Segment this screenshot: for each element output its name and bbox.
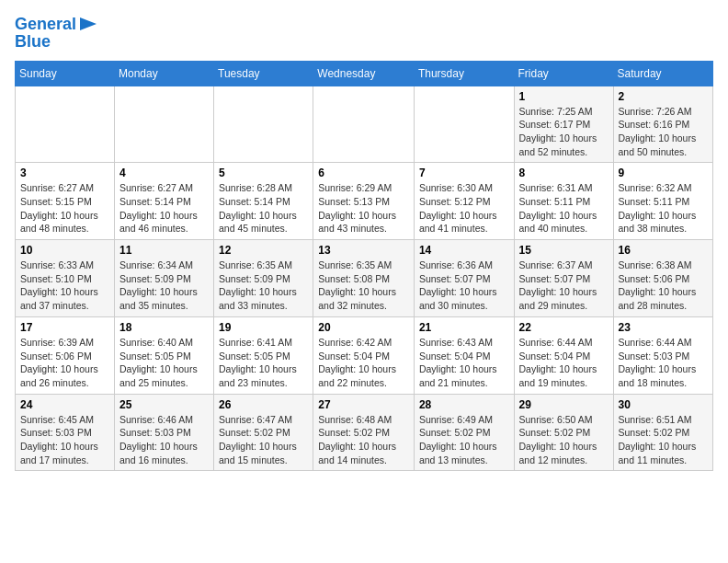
day-info: Sunrise: 6:50 AM Sunset: 5:02 PM Dayligh…: [519, 413, 609, 467]
day-info: Sunrise: 6:30 AM Sunset: 5:12 PM Dayligh…: [419, 181, 509, 236]
day-info: Sunrise: 6:27 AM Sunset: 5:15 PM Dayligh…: [20, 181, 109, 236]
calendar-cell: 7Sunrise: 6:30 AM Sunset: 5:12 PM Daylig…: [414, 163, 514, 240]
calendar-cell: 24Sunrise: 6:45 AM Sunset: 5:03 PM Dayli…: [16, 394, 115, 471]
day-info: Sunrise: 6:35 AM Sunset: 5:08 PM Dayligh…: [318, 259, 409, 313]
logo-icon: [78, 14, 98, 34]
day-info: Sunrise: 6:27 AM Sunset: 5:14 PM Dayligh…: [119, 181, 209, 236]
calendar-row: 17Sunrise: 6:39 AM Sunset: 5:06 PM Dayli…: [16, 316, 713, 394]
day-number: 7: [419, 167, 509, 179]
calendar-cell: 6Sunrise: 6:29 AM Sunset: 5:13 PM Daylig…: [313, 163, 415, 240]
calendar-cell: 26Sunrise: 6:47 AM Sunset: 5:02 PM Dayli…: [214, 394, 313, 471]
calendar-cell: 3Sunrise: 6:27 AM Sunset: 5:15 PM Daylig…: [16, 163, 115, 240]
day-number: 3: [20, 167, 109, 179]
weekday-header: Sunday: [16, 61, 115, 86]
weekday-header: Wednesday: [313, 61, 415, 86]
calendar-row: 10Sunrise: 6:33 AM Sunset: 5:10 PM Dayli…: [16, 240, 713, 317]
weekday-header: Friday: [514, 61, 613, 86]
day-number: 26: [219, 398, 308, 411]
calendar-cell: 27Sunrise: 6:48 AM Sunset: 5:02 PM Dayli…: [313, 394, 415, 471]
day-number: 9: [619, 167, 708, 179]
day-number: 23: [619, 321, 708, 334]
calendar-cell: 11Sunrise: 6:34 AM Sunset: 5:09 PM Dayli…: [115, 240, 214, 317]
day-info: Sunrise: 6:28 AM Sunset: 5:14 PM Dayligh…: [219, 181, 308, 236]
calendar-cell: 28Sunrise: 6:49 AM Sunset: 5:02 PM Dayli…: [414, 394, 514, 471]
day-info: Sunrise: 6:35 AM Sunset: 5:09 PM Dayligh…: [219, 259, 308, 313]
weekday-header: Saturday: [613, 61, 712, 86]
day-info: Sunrise: 6:49 AM Sunset: 5:02 PM Dayligh…: [419, 413, 509, 467]
day-info: Sunrise: 6:47 AM Sunset: 5:02 PM Dayligh…: [219, 413, 308, 467]
calendar-row: 1Sunrise: 7:25 AM Sunset: 6:17 PM Daylig…: [16, 86, 713, 163]
day-number: 13: [318, 244, 409, 257]
day-number: 27: [318, 398, 409, 411]
day-info: Sunrise: 6:29 AM Sunset: 5:13 PM Dayligh…: [318, 181, 409, 236]
calendar-cell: 1Sunrise: 7:25 AM Sunset: 6:17 PM Daylig…: [514, 86, 613, 163]
day-number: 5: [219, 167, 308, 179]
calendar-cell: 18Sunrise: 6:40 AM Sunset: 5:05 PM Dayli…: [115, 316, 214, 394]
day-number: 8: [519, 167, 609, 179]
day-info: Sunrise: 6:42 AM Sunset: 5:04 PM Dayligh…: [318, 336, 409, 390]
page-header: General Blue: [15, 15, 713, 50]
calendar-row: 24Sunrise: 6:45 AM Sunset: 5:03 PM Dayli…: [16, 394, 713, 471]
day-number: 25: [119, 398, 209, 411]
day-info: Sunrise: 6:48 AM Sunset: 5:02 PM Dayligh…: [318, 413, 409, 467]
day-info: Sunrise: 6:37 AM Sunset: 5:07 PM Dayligh…: [519, 259, 609, 313]
calendar-header: SundayMondayTuesdayWednesdayThursdayFrid…: [16, 61, 713, 86]
calendar-cell: 30Sunrise: 6:51 AM Sunset: 5:02 PM Dayli…: [613, 394, 712, 471]
calendar-cell: [214, 86, 313, 163]
day-info: Sunrise: 6:40 AM Sunset: 5:05 PM Dayligh…: [119, 336, 209, 390]
calendar-cell: [313, 86, 415, 163]
day-number: 16: [619, 244, 708, 257]
calendar-cell: [115, 86, 214, 163]
day-info: Sunrise: 7:26 AM Sunset: 6:16 PM Dayligh…: [619, 105, 708, 159]
calendar-cell: 16Sunrise: 6:38 AM Sunset: 5:06 PM Dayli…: [613, 240, 712, 317]
day-number: 29: [519, 398, 609, 411]
day-info: Sunrise: 6:43 AM Sunset: 5:04 PM Dayligh…: [419, 336, 509, 390]
day-number: 2: [619, 90, 708, 103]
calendar-row: 3Sunrise: 6:27 AM Sunset: 5:15 PM Daylig…: [16, 163, 713, 240]
day-number: 21: [419, 321, 509, 334]
day-info: Sunrise: 7:25 AM Sunset: 6:17 PM Dayligh…: [519, 105, 609, 159]
calendar-cell: [16, 86, 115, 163]
day-number: 14: [419, 244, 509, 257]
day-number: 4: [119, 167, 209, 179]
day-number: 15: [519, 244, 609, 257]
day-info: Sunrise: 6:51 AM Sunset: 5:02 PM Dayligh…: [619, 413, 708, 467]
day-number: 19: [219, 321, 308, 334]
calendar-cell: 13Sunrise: 6:35 AM Sunset: 5:08 PM Dayli…: [313, 240, 415, 317]
day-info: Sunrise: 6:45 AM Sunset: 5:03 PM Dayligh…: [20, 413, 109, 467]
day-info: Sunrise: 6:34 AM Sunset: 5:09 PM Dayligh…: [119, 259, 209, 313]
weekday-header: Tuesday: [214, 61, 313, 86]
day-info: Sunrise: 6:44 AM Sunset: 5:03 PM Dayligh…: [619, 336, 708, 390]
day-info: Sunrise: 6:41 AM Sunset: 5:05 PM Dayligh…: [219, 336, 308, 390]
calendar-cell: [414, 86, 514, 163]
calendar-cell: 4Sunrise: 6:27 AM Sunset: 5:14 PM Daylig…: [115, 163, 214, 240]
calendar-cell: 15Sunrise: 6:37 AM Sunset: 5:07 PM Dayli…: [514, 240, 613, 317]
calendar-cell: 10Sunrise: 6:33 AM Sunset: 5:10 PM Dayli…: [16, 240, 115, 317]
day-info: Sunrise: 6:44 AM Sunset: 5:04 PM Dayligh…: [519, 336, 609, 390]
day-number: 1: [519, 90, 609, 103]
day-number: 18: [119, 321, 209, 334]
day-number: 11: [119, 244, 209, 257]
calendar-cell: 29Sunrise: 6:50 AM Sunset: 5:02 PM Dayli…: [514, 394, 613, 471]
calendar-cell: 21Sunrise: 6:43 AM Sunset: 5:04 PM Dayli…: [414, 316, 514, 394]
day-number: 17: [20, 321, 109, 334]
day-info: Sunrise: 6:39 AM Sunset: 5:06 PM Dayligh…: [20, 336, 109, 390]
day-info: Sunrise: 6:32 AM Sunset: 5:11 PM Dayligh…: [619, 181, 708, 236]
calendar-cell: 9Sunrise: 6:32 AM Sunset: 5:11 PM Daylig…: [613, 163, 712, 240]
svg-marker-0: [80, 17, 97, 30]
calendar-table: SundayMondayTuesdayWednesdayThursdayFrid…: [15, 61, 713, 472]
calendar-cell: 17Sunrise: 6:39 AM Sunset: 5:06 PM Dayli…: [16, 316, 115, 394]
day-number: 6: [318, 167, 409, 179]
day-number: 24: [20, 398, 109, 411]
day-number: 12: [219, 244, 308, 257]
day-info: Sunrise: 6:31 AM Sunset: 5:11 PM Dayligh…: [519, 181, 609, 236]
calendar-cell: 2Sunrise: 7:26 AM Sunset: 6:16 PM Daylig…: [613, 86, 712, 163]
calendar-cell: 23Sunrise: 6:44 AM Sunset: 5:03 PM Dayli…: [613, 316, 712, 394]
day-number: 28: [419, 398, 509, 411]
day-number: 30: [619, 398, 708, 411]
day-info: Sunrise: 6:33 AM Sunset: 5:10 PM Dayligh…: [20, 259, 109, 313]
day-info: Sunrise: 6:36 AM Sunset: 5:07 PM Dayligh…: [419, 259, 509, 313]
logo-blue: Blue: [15, 33, 98, 50]
calendar-cell: 25Sunrise: 6:46 AM Sunset: 5:03 PM Dayli…: [115, 394, 214, 471]
day-info: Sunrise: 6:46 AM Sunset: 5:03 PM Dayligh…: [119, 413, 209, 467]
